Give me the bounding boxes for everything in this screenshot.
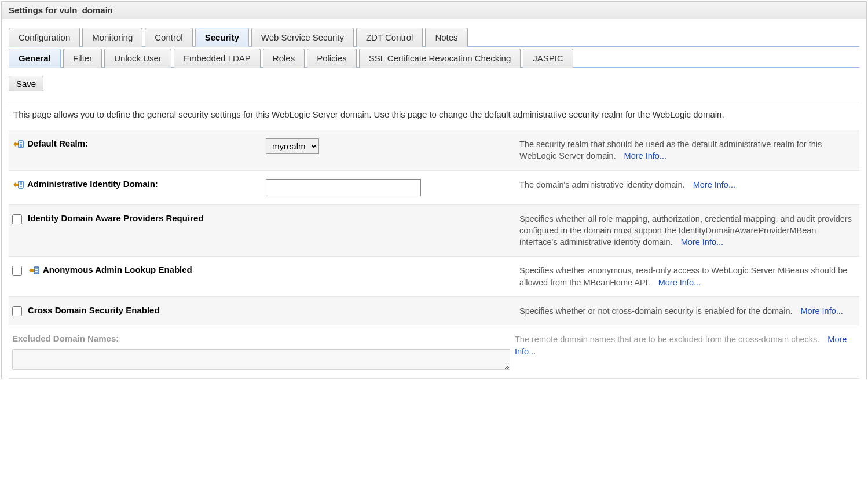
row-admin-identity-domain: Administrative Identity Domain: The doma…: [9, 171, 859, 205]
row-identity-aware-required: Identity Domain Aware Providers Required…: [9, 205, 859, 257]
subtab-general[interactable]: General: [9, 49, 61, 68]
label-identity-aware-required: Identity Domain Aware Providers Required: [12, 213, 515, 224]
label-text-default-realm: Default Realm:: [27, 138, 88, 148]
tab-monitoring[interactable]: Monitoring: [82, 28, 142, 47]
label-default-realm: Default Realm:: [12, 138, 261, 149]
tab-web-service-security[interactable]: Web Service Security: [251, 28, 354, 47]
label-text-anonymous-admin-lookup: Anonymous Admin Lookup Enabled: [43, 265, 192, 274]
divider: [9, 102, 859, 102]
label-text-identity-aware-required: Identity Domain Aware Providers Required: [28, 213, 203, 223]
label-anonymous-admin-lookup: Anonymous Admin Lookup Enabled: [12, 265, 515, 276]
help-admin-identity-domain: The domain's administrative identity dom…: [519, 179, 856, 191]
more-info-link[interactable]: More Info...: [681, 237, 723, 247]
content-area: ConfigurationMonitoringControlSecurityWe…: [2, 19, 866, 379]
restart-required-icon: [12, 139, 24, 149]
textarea-excluded-domain-names[interactable]: [12, 349, 510, 370]
save-button[interactable]: Save: [9, 76, 43, 91]
help-text: The remote domain names that are to be e…: [515, 335, 819, 344]
tab-notes[interactable]: Notes: [425, 28, 467, 47]
page-description: This page allows you to define the gener…: [9, 109, 859, 130]
help-text: Specifies whether or not cross-domain se…: [519, 306, 792, 316]
control-default-realm: myrealm: [266, 138, 515, 154]
restart-required-icon: [28, 265, 39, 276]
sub-tab-row: GeneralFilterUnlock UserEmbedded LDAPRol…: [9, 47, 859, 68]
form-section: Default Realm: myrealm The security real…: [9, 130, 859, 379]
main-tab-row: ConfigurationMonitoringControlSecurityWe…: [9, 19, 859, 47]
help-default-realm: The security realm that should be used a…: [519, 138, 856, 162]
help-text: The security realm that should be used a…: [519, 140, 822, 160]
control-admin-identity-domain: [266, 179, 515, 196]
checkbox-anonymous-admin-lookup[interactable]: [12, 266, 22, 276]
subtab-filter[interactable]: Filter: [63, 49, 102, 68]
label-excluded-domain-names: Excluded Domain Names:: [12, 334, 510, 343]
label-admin-identity-domain: Administrative Identity Domain:: [12, 179, 261, 190]
help-excluded-domain-names: The remote domain names that are to be e…: [515, 334, 856, 357]
input-admin-identity-domain[interactable]: [266, 179, 421, 196]
help-cross-domain-security: Specifies whether or not cross-domain se…: [519, 305, 856, 317]
subtab-ssl-certificate-revocation-checking[interactable]: SSL Certificate Revocation Checking: [359, 49, 521, 68]
checkbox-cross-domain-security[interactable]: [12, 306, 22, 316]
checkbox-identity-aware-required[interactable]: [12, 214, 22, 224]
subtab-embedded-ldap[interactable]: Embedded LDAP: [174, 49, 261, 68]
restart-required-icon: [12, 180, 24, 190]
row-default-realm: Default Realm: myrealm The security real…: [9, 130, 859, 171]
subtab-roles[interactable]: Roles: [263, 49, 305, 68]
more-info-link[interactable]: More Info...: [658, 278, 701, 287]
more-info-link[interactable]: More Info...: [801, 306, 843, 316]
page-title: Settings for vuln_domain: [2, 2, 866, 19]
left-excluded-domain-names: Excluded Domain Names:: [12, 334, 510, 370]
tab-control[interactable]: Control: [145, 28, 192, 47]
select-default-realm[interactable]: myrealm: [266, 138, 319, 154]
label-text-admin-identity-domain: Administrative Identity Domain:: [27, 179, 158, 189]
tab-zdt-control[interactable]: ZDT Control: [356, 28, 423, 47]
row-anonymous-admin-lookup: Anonymous Admin Lookup Enabled Specifies…: [9, 257, 859, 297]
row-cross-domain-security: Cross Domain Security Enabled Specifies …: [9, 297, 859, 325]
settings-panel: Settings for vuln_domain ConfigurationMo…: [1, 1, 867, 379]
help-identity-aware-required: Specifies whether all role mapping, auth…: [519, 213, 856, 248]
subtab-jaspic[interactable]: JASPIC: [523, 49, 573, 68]
subtab-policies[interactable]: Policies: [307, 49, 357, 68]
label-cross-domain-security: Cross Domain Security Enabled: [12, 305, 515, 316]
button-row: Save: [9, 68, 859, 97]
help-text: The domain's administrative identity dom…: [519, 180, 685, 189]
tab-security[interactable]: Security: [195, 28, 249, 47]
more-info-link[interactable]: More Info...: [624, 151, 666, 160]
more-info-link[interactable]: More Info...: [693, 180, 735, 189]
tab-configuration[interactable]: Configuration: [9, 28, 80, 47]
label-text-cross-domain-security: Cross Domain Security Enabled: [28, 305, 160, 315]
row-excluded-domain-names: Excluded Domain Names: The remote domain…: [9, 325, 859, 379]
subtab-unlock-user[interactable]: Unlock User: [104, 49, 171, 68]
help-anonymous-admin-lookup: Specifies whether anonymous, read-only a…: [519, 265, 856, 288]
